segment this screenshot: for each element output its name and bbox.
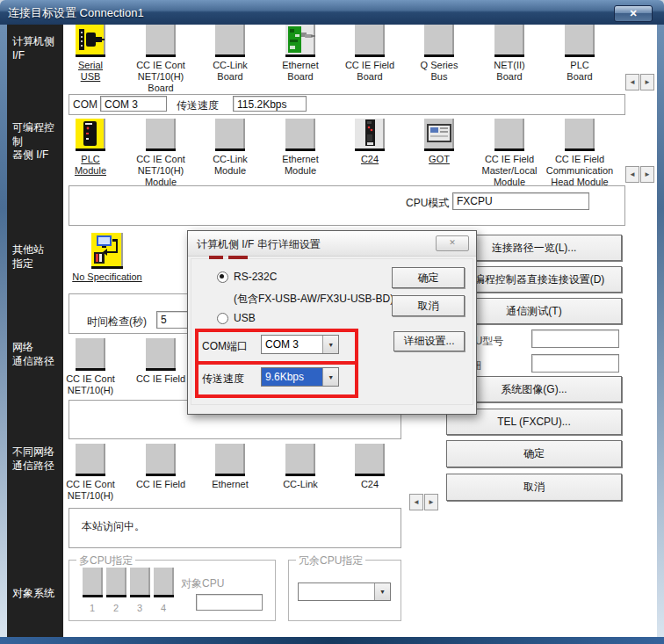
- plc-if-scroll: ◄ ►: [625, 166, 654, 183]
- window-frame-left: [0, 25, 7, 637]
- module-icon: [285, 119, 315, 151]
- icon-label: No Specification: [54, 271, 160, 283]
- rs232c-radio[interactable]: [217, 271, 228, 283]
- plc-if-ethernet-module[interactable]: Ethernet Module: [262, 119, 339, 177]
- pc-if-cc-link-board[interactable]: CC-Link Board: [191, 25, 269, 83]
- serial-usb-icon: [76, 25, 105, 57]
- plc-if-got[interactable]: GOT: [401, 119, 478, 165]
- red-annotation-mark: [209, 256, 223, 259]
- ethernet-board-icon: [285, 25, 315, 57]
- icon-label: GOT: [401, 154, 478, 165]
- redundant-cpu-groupbox: 冗余CPU指定 ▼: [288, 560, 401, 621]
- module-icon: [76, 444, 105, 476]
- pc-if-plc-board[interactable]: PLC Board: [541, 25, 618, 83]
- module-icon: [494, 119, 524, 151]
- icon-label: Ethernet Module: [262, 154, 339, 177]
- other-station-no-specification[interactable]: No Specification: [54, 233, 160, 283]
- cpu-model-field: [531, 329, 619, 348]
- sidebar-item-other-station: 其他站 指定: [12, 243, 44, 271]
- plc-if-cc-link-module[interactable]: CC-Link Module: [191, 119, 269, 177]
- time-check-label: 时间检查(秒): [87, 315, 147, 329]
- module-icon: [146, 444, 176, 476]
- module-icon: [215, 444, 245, 476]
- board-icon: [146, 25, 176, 57]
- cpu-mode-label: CPU模式: [406, 196, 449, 211]
- cpu2-icon[interactable]: [106, 568, 126, 597]
- dialog-cancel-button[interactable]: 取消: [392, 295, 465, 316]
- coexist-cc-ie-cont[interactable]: CC IE Cont NET/10(H): [52, 444, 129, 502]
- scroll-left-icon[interactable]: ◄: [625, 74, 639, 90]
- speed-highlight-box: [195, 361, 358, 398]
- icon-label: CC-Link: [262, 479, 339, 490]
- detail-field: [531, 354, 619, 373]
- cpu3-icon[interactable]: [130, 568, 150, 597]
- pc-if-cc-ie-field-board[interactable]: CC IE Field Board: [331, 25, 408, 83]
- dialog-detail-setting-button[interactable]: 详细设置...: [393, 331, 465, 351]
- plc-if-plc-module[interactable]: PLC Module: [52, 119, 129, 177]
- icon-label: CC IE Field: [122, 479, 199, 490]
- module-icon: [76, 338, 105, 371]
- icon-label: CC IE Field Master/Local Module: [471, 154, 548, 188]
- cpu-number: 2: [113, 603, 119, 613]
- pc-if-net2-board[interactable]: NET(II) Board: [471, 25, 548, 83]
- dialog-titlebar: 计算机侧 I/F 串行详细设置 ✕: [188, 231, 476, 257]
- icon-label: C24: [331, 479, 408, 490]
- coexist-cc-ie-field[interactable]: CC IE Field: [122, 444, 199, 490]
- sidebar-item-target-system: 对象系统: [12, 587, 54, 601]
- red-annotation-mark: [228, 256, 248, 259]
- window-titlebar: 连接目标设置 Connection1 ✕: [0, 0, 664, 25]
- got-icon: [424, 119, 454, 151]
- cpu-mode-field: FXCPU: [452, 192, 589, 210]
- rs232c-label: RS-232C: [234, 271, 277, 283]
- plc-if-cc-ie-field-head[interactable]: CC IE Field Communication Head Module: [541, 119, 618, 188]
- scroll-right-icon[interactable]: ►: [640, 166, 654, 183]
- dialog-close-button[interactable]: ✕: [436, 235, 469, 251]
- scroll-left-icon[interactable]: ◄: [625, 166, 639, 183]
- module-icon: [355, 444, 385, 476]
- coexist-ethernet[interactable]: Ethernet: [191, 444, 269, 490]
- pc-if-cc-ie-cont-board[interactable]: CC IE Cont NET/10(H) Board: [122, 25, 199, 94]
- net-route-cc-ie-cont[interactable]: CC IE Cont NET/10(H): [52, 338, 129, 396]
- ok-button[interactable]: 确定: [446, 440, 622, 467]
- com-settings-bar: COM COM 3 传送速度 115.2Kbps: [69, 94, 625, 115]
- cancel-button[interactable]: 取消: [446, 474, 622, 501]
- cpu-number: 1: [90, 603, 95, 613]
- dialog-title: 计算机侧 I/F 串行详细设置: [197, 237, 321, 252]
- pc-if-q-series-bus[interactable]: Q Series Bus: [401, 25, 478, 83]
- pc-if-ethernet-board[interactable]: Ethernet Board: [262, 25, 339, 83]
- usb-radio[interactable]: [217, 313, 228, 324]
- cpu4-icon[interactable]: [154, 568, 174, 597]
- target-cpu-label: 对象CPU: [181, 576, 224, 591]
- rs232c-note: (包含FX-USB-AW/FX3U-USB-BD): [234, 292, 393, 307]
- speed-label: 传送速度: [177, 98, 219, 113]
- coexist-scroll: ◄ ►: [409, 494, 438, 510]
- com-label: COM: [73, 98, 97, 111]
- board-icon: [494, 25, 524, 57]
- c24-icon: [355, 119, 385, 151]
- redundant-cpu-label: 冗余CPU指定: [296, 554, 365, 568]
- window-close-button[interactable]: ✕: [614, 5, 653, 22]
- cpu1-icon[interactable]: [83, 568, 103, 597]
- plc-if-cc-ie-field-master[interactable]: CC IE Field Master/Local Module: [471, 119, 548, 188]
- scroll-right-icon[interactable]: ►: [424, 494, 438, 510]
- com-value-field: COM 3: [100, 96, 167, 112]
- coexist-c24[interactable]: C24: [331, 444, 408, 490]
- scroll-right-icon[interactable]: ►: [640, 74, 654, 90]
- icon-label: PLC Module: [52, 154, 129, 177]
- dropdown-value: [299, 583, 374, 600]
- coexist-cc-link[interactable]: CC-Link: [262, 444, 339, 490]
- dialog-ok-button[interactable]: 确定: [392, 267, 465, 288]
- multi-cpu-groupbox: 多CPU指定 1 2 3 4 对象CPU: [69, 560, 276, 621]
- plc-if-cc-ie-cont-module[interactable]: CC IE Cont NET/10(H) Module: [122, 119, 199, 188]
- sidebar: 计算机侧 I/F 可编程控制 器侧 I/F 其他站 指定 网络 通信路径 不同网…: [7, 25, 63, 637]
- icon-label: NET(II) Board: [471, 60, 548, 83]
- status-text: 本站访问中。: [82, 519, 145, 534]
- pc-if-serial-usb[interactable]: Serial USB: [52, 25, 129, 83]
- window-title: 连接目标设置 Connection1: [8, 5, 144, 21]
- scroll-left-icon[interactable]: ◄: [409, 494, 423, 510]
- icon-label: PLC Board: [541, 60, 618, 83]
- plc-if-c24[interactable]: C24: [331, 119, 408, 165]
- module-icon: [215, 119, 245, 151]
- redundant-cpu-dropdown[interactable]: ▼: [298, 582, 391, 601]
- icon-label: Ethernet: [191, 479, 269, 490]
